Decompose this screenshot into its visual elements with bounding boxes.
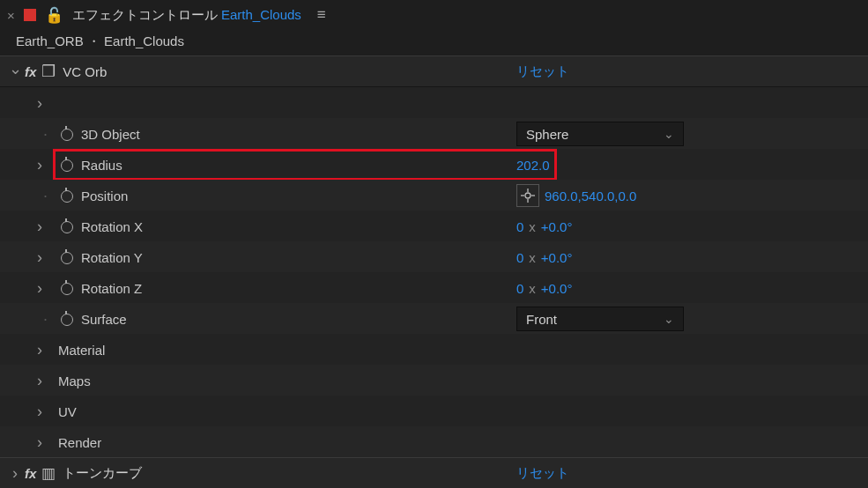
breadcrumb: Earth_ORB ・ Earth_Clouds [0,30,868,55]
chevron-right-icon[interactable] [32,373,48,388]
rotz-deg[interactable]: +0.0° [541,281,573,296]
chevron-down-icon: ⌄ [664,312,674,326]
close-icon[interactable]: × [7,8,15,23]
panel-title: エフェクトコントロール Earth_Clouds [72,7,301,24]
breadcrumb-comp: Earth_ORB [16,33,84,48]
breadcrumb-sep: ・ [87,33,100,48]
prop-label: Position [78,189,501,203]
chevron-right-icon[interactable] [32,403,48,419]
chevron-right-icon[interactable] [32,218,48,234]
rotx-deg[interactable]: +0.0° [541,219,573,234]
chevron-down-icon: ⌄ [664,127,674,141]
select-3dobject[interactable]: Sphere ⌄ [516,122,684,146]
bullet-icon: · [43,311,48,327]
prop-row-roty: Rotation Y 0x+0.0° [0,241,868,272]
roty-x: x [529,250,536,265]
record-indicator [24,9,36,21]
effect-header-tonecurve[interactable]: fx ▥ トーンカーブ リセット [0,457,868,488]
prop-row-blank [0,87,868,118]
radius-value[interactable]: 202.0 [516,158,550,173]
roty-deg[interactable]: +0.0° [541,250,573,265]
crosshair-button[interactable] [516,184,539,207]
rotx-x: x [529,219,536,234]
reset-button[interactable]: リセット [516,465,569,482]
menu-icon[interactable]: ≡ [317,6,326,24]
stopwatch-icon[interactable] [59,219,73,233]
group-label: UV [55,404,478,419]
effect-header-vcorb[interactable]: fx ❒ VC Orb リセット [0,55,868,87]
prop-row-surface: · Surface Front ⌄ [0,303,868,334]
stopwatch-icon[interactable] [59,189,73,203]
chevron-right-icon[interactable] [32,95,48,111]
effect-name: VC Orb [63,64,107,79]
roty-rev[interactable]: 0 [516,250,523,265]
group-uv[interactable]: UV [0,396,868,426]
unlock-icon[interactable]: 🔓 [45,6,63,25]
effect-name: トーンカーブ [63,465,142,482]
prop-label: Rotation X [78,219,501,234]
twirl-icon[interactable] [7,63,23,79]
prop-row-position: · Position 960.0,540.0,0.0 [0,180,868,211]
group-label: Render [55,435,478,450]
group-material[interactable]: Material [0,334,868,365]
rotx-rev[interactable]: 0 [516,219,523,234]
stopwatch-icon[interactable] [59,158,73,172]
prop-row-rotz: Rotation Z 0x+0.0° [0,272,868,303]
group-label: Material [55,343,478,358]
stopwatch-icon[interactable] [59,312,73,326]
prop-row-3dobject: · 3D Object Sphere ⌄ [0,118,868,149]
prop-label: 3D Object [78,127,501,142]
prop-row-radius: Radius 202.0 [0,149,868,180]
chevron-right-icon[interactable] [32,342,48,358]
group-render[interactable]: Render [0,426,868,457]
prop-label: Radius [78,158,501,173]
bullet-icon: · [43,126,48,142]
prop-row-rotx: Rotation X 0x+0.0° [0,211,868,241]
panel-header: × 🔓 エフェクトコントロール Earth_Clouds ≡ [0,0,868,30]
breadcrumb-layer: Earth_Clouds [104,33,184,48]
chevron-right-icon[interactable] [32,249,48,265]
select-value: Sphere [526,127,568,142]
prop-label: Rotation Z [78,281,501,296]
preset-icon: ▥ [41,464,56,483]
chevron-right-icon[interactable] [7,465,23,481]
chevron-right-icon[interactable] [32,434,48,450]
panel-title-layer[interactable]: Earth_Clouds [221,7,301,22]
position-value[interactable]: 960.0,540.0,0.0 [545,189,636,203]
rotz-rev[interactable]: 0 [516,281,523,296]
fx-icon[interactable]: fx [25,466,36,481]
group-maps[interactable]: Maps [0,365,868,396]
prop-label: Surface [78,312,501,327]
rotz-x: x [529,281,536,296]
cube-icon: ❒ [41,62,56,81]
select-value: Front [526,312,557,327]
panel-title-text: エフェクトコントロール [72,7,218,22]
select-surface[interactable]: Front ⌄ [516,307,684,331]
stopwatch-icon[interactable] [59,250,73,264]
bullet-icon: · [43,188,48,203]
chevron-right-icon[interactable] [32,157,48,173]
reset-button[interactable]: リセット [516,63,569,80]
stopwatch-icon[interactable] [59,281,73,295]
prop-label: Rotation Y [78,250,501,265]
fx-icon[interactable]: fx [25,64,36,79]
svg-point-0 [525,193,530,198]
stopwatch-icon[interactable] [59,127,73,141]
chevron-right-icon[interactable] [32,280,48,296]
group-label: Maps [55,373,478,388]
